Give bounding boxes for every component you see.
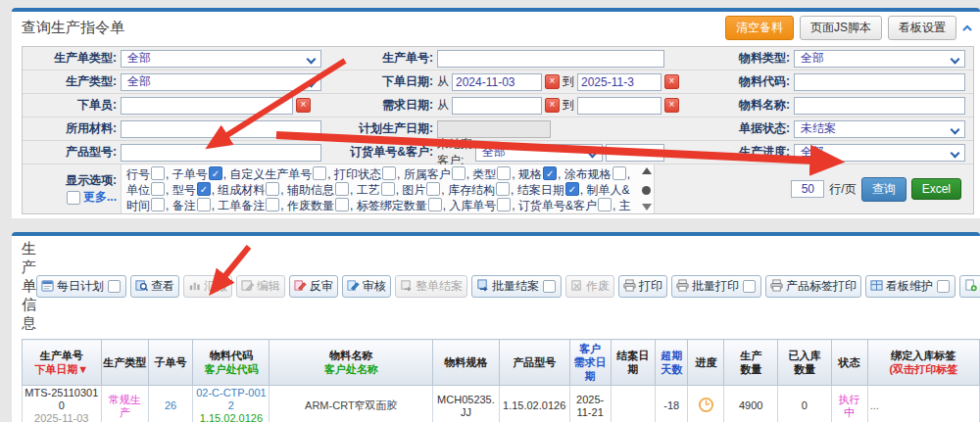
collapse-panel-icon[interactable] bbox=[960, 22, 974, 35]
edit-button: 编辑 bbox=[236, 275, 285, 298]
production-progress-select[interactable]: 全部 bbox=[794, 144, 965, 162]
batch-print-button-checkbox[interactable] bbox=[743, 280, 756, 293]
clear-prep-button[interactable]: 清空备料 bbox=[725, 16, 794, 40]
column-header-line1: 生产类型 bbox=[103, 355, 147, 369]
material-type-select[interactable]: 全部 bbox=[794, 50, 965, 68]
display-option-checkbox[interactable] bbox=[335, 198, 349, 211]
display-option-checkbox-checked[interactable] bbox=[209, 166, 222, 180]
bind-label-cell[interactable]: ... bbox=[867, 386, 979, 422]
approve-button[interactable]: 审核 bbox=[342, 275, 391, 298]
display-option: 单位, bbox=[126, 183, 172, 197]
batch-close-button-checkbox[interactable] bbox=[543, 280, 556, 293]
display-option: 备注, bbox=[172, 199, 219, 212]
order-date-to-input[interactable] bbox=[577, 73, 662, 91]
column-header-line1: 绑定入库标签 bbox=[869, 349, 978, 362]
order-date-from-clear-icon[interactable] bbox=[545, 74, 560, 89]
column-header-line2: 下单日期▼ bbox=[24, 362, 100, 376]
material-name-input[interactable] bbox=[794, 97, 965, 115]
display-option-checkbox-checked[interactable] bbox=[197, 182, 211, 196]
product-label-print-button[interactable]: 产品标签打印 bbox=[765, 275, 861, 298]
display-option-checkbox[interactable] bbox=[452, 166, 466, 180]
production-order-type-field: 全部 bbox=[121, 50, 321, 68]
display-option-checkbox[interactable] bbox=[266, 198, 279, 211]
view-button[interactable]: 查看 bbox=[130, 275, 179, 298]
query-button[interactable]: 查询 bbox=[861, 177, 906, 202]
production-order-type-select-value: 全部 bbox=[127, 50, 151, 67]
product-model-input[interactable] bbox=[121, 144, 321, 162]
demand-date-to-input[interactable] bbox=[577, 97, 662, 115]
batch-close-button[interactable]: 批量结案 bbox=[471, 275, 562, 298]
demand-date-from-clear-icon[interactable] bbox=[545, 98, 560, 113]
display-option-checkbox[interactable] bbox=[426, 182, 440, 196]
unapprove-button[interactable]: 反审 bbox=[289, 275, 338, 298]
production-type-select[interactable]: 全部 bbox=[121, 73, 321, 91]
display-option: 自定义生产单号, bbox=[229, 167, 334, 181]
material-name-field bbox=[794, 97, 973, 115]
display-option-checkbox[interactable] bbox=[497, 166, 511, 180]
display-option-checkbox[interactable] bbox=[313, 166, 326, 180]
display-option-checkbox-checked[interactable] bbox=[565, 182, 579, 196]
orders-table: 生产单号下单日期▼生产类型子单号物料代码客户处代码物料名称客户处名称物料规格产品… bbox=[22, 339, 980, 422]
order-client-label: 订货单号&客户: bbox=[321, 144, 437, 161]
table-row[interactable]: MTS-2511030102025-11-03常规生产2602-C-CTP-00… bbox=[23, 386, 980, 422]
kanban-maintain-button-checkbox[interactable] bbox=[937, 280, 950, 293]
display-option-checkbox[interactable] bbox=[382, 166, 396, 180]
daily-plan-button-checkbox[interactable] bbox=[108, 280, 121, 293]
order-client-select[interactable]: 全部 bbox=[475, 144, 603, 162]
display-option: 所属客户, bbox=[404, 167, 473, 181]
scroll-up-icon[interactable] bbox=[642, 167, 652, 174]
display-option-checkbox[interactable] bbox=[197, 198, 211, 211]
material-code-input[interactable] bbox=[794, 73, 965, 91]
production-progress-field: 全部 bbox=[794, 144, 973, 162]
add-inspection-button[interactable]: 增加品检单 bbox=[959, 275, 980, 298]
board-settings-button[interactable]: 看板设置 bbox=[888, 16, 956, 40]
display-option-checkbox[interactable] bbox=[335, 182, 349, 196]
print-button[interactable]: 打印 bbox=[618, 275, 667, 298]
column-header-line1: 物料规格 bbox=[434, 355, 497, 369]
document-status-select[interactable]: 未结案 bbox=[794, 120, 965, 138]
material-type-label: 物料类型: bbox=[664, 50, 794, 67]
product-label-print-button-label: 产品标签打印 bbox=[786, 278, 857, 295]
display-option-checkbox[interactable] bbox=[151, 182, 165, 196]
clock-progress-icon[interactable] bbox=[698, 403, 714, 415]
display-option-checkbox[interactable] bbox=[496, 182, 510, 196]
sub-order-no-cell[interactable]: 26 bbox=[148, 386, 192, 422]
order-date-from-input[interactable] bbox=[452, 73, 542, 91]
display-option-checkbox[interactable] bbox=[381, 182, 395, 196]
order-clerk-clear-icon[interactable] bbox=[296, 98, 311, 113]
scroll-thumb[interactable] bbox=[642, 186, 651, 195]
column-header-line2: 客户处名称 bbox=[270, 362, 431, 376]
document-status-field: 未结案 bbox=[794, 120, 973, 138]
more-options-checkbox[interactable] bbox=[67, 191, 80, 205]
production-order-type-select[interactable]: 全部 bbox=[121, 50, 321, 68]
progress-cell[interactable] bbox=[688, 386, 724, 422]
report-button: 汇报 bbox=[183, 275, 232, 298]
display-option-checkbox-checked[interactable] bbox=[543, 166, 557, 180]
order-clerk-input[interactable] bbox=[121, 97, 293, 115]
material-used-input[interactable] bbox=[121, 120, 321, 138]
display-option-checkbox[interactable] bbox=[266, 182, 279, 196]
excel-button[interactable]: Excel bbox=[911, 178, 961, 200]
options-scrollbar[interactable] bbox=[641, 167, 652, 211]
column-header-line2: 天数 bbox=[657, 362, 686, 376]
daily-plan-button[interactable]: 每日计划 bbox=[36, 275, 126, 298]
page-js-button[interactable]: 页面JS脚本 bbox=[800, 16, 882, 40]
material-code-cell[interactable]: 02-C-CTP-00121.15.02.0126 bbox=[193, 386, 270, 422]
order-client-extra-input[interactable] bbox=[606, 144, 664, 162]
batch-print-button[interactable]: 批量打印 bbox=[671, 275, 761, 298]
kanban-maintain-button[interactable]: 看板维护 bbox=[865, 275, 956, 298]
display-option-checkbox[interactable] bbox=[598, 198, 612, 211]
display-option-checkbox[interactable] bbox=[151, 166, 165, 180]
demand-date-from-input[interactable] bbox=[452, 97, 542, 115]
column-header-line1: 客户 bbox=[571, 342, 610, 355]
display-option-checkbox[interactable] bbox=[151, 198, 165, 211]
production-order-no-input[interactable] bbox=[437, 50, 664, 68]
scroll-down-icon[interactable] bbox=[642, 204, 652, 211]
display-option-label: 涂布规格 bbox=[564, 167, 612, 181]
display-option-label: 结案日期 bbox=[517, 183, 564, 197]
display-option-checkbox[interactable] bbox=[428, 198, 442, 211]
display-option-checkbox[interactable] bbox=[612, 166, 626, 180]
approve-button-label: 审核 bbox=[363, 278, 386, 295]
rows-per-page-input[interactable] bbox=[791, 180, 824, 198]
display-option-checkbox[interactable] bbox=[497, 198, 511, 211]
